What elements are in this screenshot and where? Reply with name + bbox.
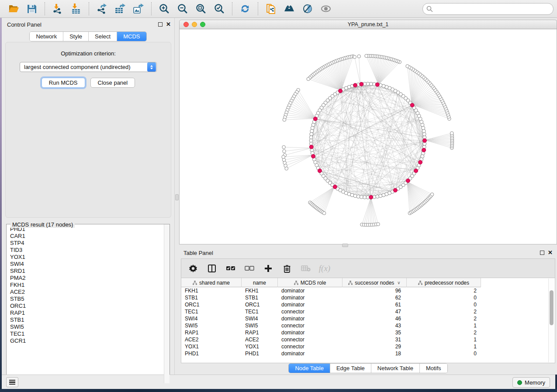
- tab-motifs[interactable]: Motifs: [419, 364, 447, 373]
- mcds-result-item[interactable]: FKH1: [7, 282, 164, 289]
- mcds-result-item[interactable]: STB1: [7, 316, 164, 323]
- delete-column-icon[interactable]: [281, 263, 293, 274]
- table-row[interactable]: PHD1PHD1dominator180: [181, 350, 481, 357]
- network-node[interactable]: [366, 82, 370, 86]
- mcds-result-item[interactable]: TEC1: [7, 330, 164, 337]
- column-header-successor-nodes[interactable]: successor nodes∨: [343, 278, 407, 287]
- tab-mcds[interactable]: MCDS: [117, 32, 146, 41]
- criterion-dropdown[interactable]: largest connected component (undirected): [20, 62, 157, 72]
- float-panel-icon[interactable]: [158, 22, 163, 27]
- zoom-in-icon[interactable]: [158, 2, 171, 15]
- network-node[interactable]: [430, 193, 434, 196]
- table-scrollbar-thumb[interactable]: [550, 290, 554, 325]
- mcds-list-scrollbar[interactable]: [164, 224, 170, 383]
- zoom-selected-icon[interactable]: [213, 2, 226, 15]
- network-node[interactable]: [406, 65, 409, 68]
- import-table-icon[interactable]: [69, 2, 83, 15]
- network-node[interactable]: [309, 136, 313, 139]
- network-hub-node[interactable]: [333, 185, 337, 189]
- add-column-icon[interactable]: [263, 263, 274, 274]
- open-file-icon[interactable]: [7, 2, 20, 15]
- mcds-result-item[interactable]: PMA2: [7, 275, 164, 282]
- network-hub-node[interactable]: [369, 195, 373, 199]
- mcds-result-item[interactable]: ACE2: [7, 289, 164, 296]
- share-document-icon[interactable]: [264, 2, 277, 15]
- network-node[interactable]: [310, 129, 314, 133]
- network-node[interactable]: [353, 55, 356, 59]
- refresh-icon[interactable]: [239, 2, 252, 15]
- horizontal-splitter-handle[interactable]: [342, 244, 348, 247]
- network-hub-node[interactable]: [410, 103, 414, 107]
- mcds-result-item[interactable]: SWI5: [7, 323, 164, 330]
- mcds-result-item[interactable]: RAP1: [7, 309, 164, 316]
- table-row[interactable]: ACE2ACE2connector311: [181, 336, 481, 343]
- table-row[interactable]: SWI4SWI4dominator462: [181, 315, 481, 322]
- float-table-panel-icon[interactable]: [540, 251, 544, 255]
- tab-edge-table[interactable]: Edge Table: [330, 364, 371, 373]
- run-mcds-button[interactable]: Run MCDS: [42, 78, 85, 88]
- network-node[interactable]: [369, 82, 373, 86]
- column-header-name[interactable]: name: [242, 278, 278, 287]
- tab-node-table[interactable]: Node Table: [289, 364, 330, 373]
- vertical-splitter-handle[interactable]: [175, 194, 179, 200]
- zoom-fit-icon[interactable]: [194, 2, 208, 15]
- export-table-icon[interactable]: [114, 2, 127, 15]
- network-node[interactable]: [360, 195, 363, 199]
- network-node[interactable]: [285, 167, 288, 170]
- network-node[interactable]: [377, 223, 380, 226]
- close-table-panel-icon[interactable]: ✕: [548, 251, 553, 255]
- network-window-titlebar[interactable]: YPA_prune.txt_1: [179, 20, 557, 29]
- network-hub-node[interactable]: [423, 139, 427, 143]
- network-canvas[interactable]: [179, 29, 557, 244]
- network-node[interactable]: [363, 196, 367, 199]
- select-all-rows-icon[interactable]: [225, 263, 236, 274]
- network-node[interactable]: [322, 212, 326, 215]
- table-row[interactable]: STB1STB1dominator620: [181, 294, 481, 301]
- export-network-icon[interactable]: [95, 2, 108, 15]
- column-visibility-icon[interactable]: [206, 263, 218, 274]
- network-hub-node[interactable]: [313, 117, 317, 121]
- tab-network-table[interactable]: Network Table: [371, 364, 419, 373]
- network-hub-node[interactable]: [393, 188, 397, 192]
- network-node[interactable]: [307, 77, 310, 81]
- vertical-splitter[interactable]: [175, 18, 179, 375]
- export-image-icon[interactable]: [132, 2, 145, 15]
- memory-button[interactable]: Memory: [512, 377, 550, 388]
- network-hub-node[interactable]: [375, 83, 379, 86]
- table-settings-icon[interactable]: [187, 263, 199, 274]
- table-row[interactable]: TEC1TEC1connector472: [181, 308, 481, 315]
- import-network-icon[interactable]: [51, 2, 64, 15]
- tab-style[interactable]: Style: [63, 32, 88, 41]
- mcds-result-item[interactable]: SRD1: [7, 268, 164, 275]
- close-panel-icon[interactable]: ✕: [166, 22, 171, 27]
- network-node[interactable]: [283, 150, 286, 153]
- network-hub-node[interactable]: [318, 169, 322, 173]
- network-node[interactable]: [283, 118, 286, 122]
- search-input[interactable]: [422, 3, 554, 15]
- network-hub-node[interactable]: [360, 82, 363, 86]
- column-header-shared-name[interactable]: shared name: [181, 278, 242, 287]
- mcds-result-item[interactable]: CAR1: [7, 233, 164, 240]
- network-node[interactable]: [282, 145, 286, 149]
- network-hub-node[interactable]: [422, 148, 426, 152]
- deselect-all-rows-icon[interactable]: [244, 263, 255, 274]
- network-node[interactable]: [310, 132, 313, 136]
- mcds-result-item[interactable]: TID3: [7, 247, 164, 254]
- mcds-result-item[interactable]: GCR1: [7, 337, 164, 344]
- close-panel-button[interactable]: Close panel: [90, 78, 135, 88]
- table-row[interactable]: FKH1FKH1dominator962: [181, 287, 481, 294]
- table-scrollbar[interactable]: [548, 279, 554, 362]
- mcds-result-list[interactable]: PHD1CAR1STP4TID3YOX1SWI4SRD1PMA2FKH1ACE2…: [7, 226, 164, 383]
- network-hub-node[interactable]: [353, 83, 357, 87]
- zoom-out-icon[interactable]: [176, 2, 189, 15]
- column-header-MCDS-role[interactable]: MCDS role: [278, 278, 343, 287]
- network-node[interactable]: [309, 139, 313, 142]
- network-node[interactable]: [357, 55, 361, 58]
- tab-select[interactable]: Select: [88, 32, 117, 41]
- network-hub-node[interactable]: [311, 155, 315, 158]
- network-hub-node[interactable]: [419, 160, 422, 164]
- search-binoculars-icon[interactable]: [283, 2, 296, 15]
- table-row[interactable]: SWI5SWI5connector431: [181, 322, 481, 329]
- save-icon[interactable]: [25, 2, 38, 15]
- table-row[interactable]: YOX1YOX1connector291: [181, 343, 481, 350]
